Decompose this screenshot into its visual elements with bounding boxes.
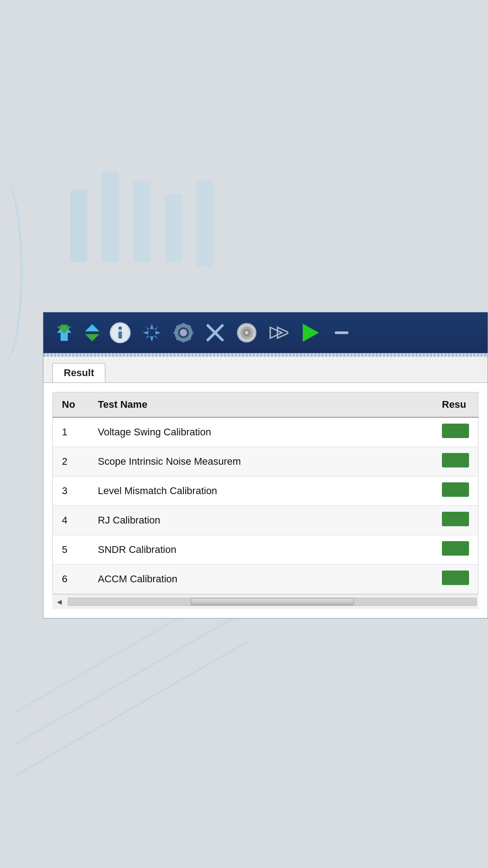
- cell-result: [433, 565, 479, 594]
- scroll-left-button[interactable]: ◀: [52, 596, 66, 607]
- cell-result: [433, 447, 479, 476]
- tab-result[interactable]: Result: [52, 363, 105, 382]
- result-badge: [442, 482, 469, 497]
- svg-rect-20: [174, 332, 177, 334]
- svg-marker-3: [85, 334, 99, 341]
- forward-icon[interactable]: [267, 321, 290, 344]
- cell-result: [433, 506, 479, 535]
- settings-icon[interactable]: [172, 321, 195, 344]
- col-header-result: Resu: [433, 392, 479, 418]
- cell-result: [433, 535, 479, 565]
- svg-rect-18: [183, 323, 184, 326]
- cell-test-name: Voltage Swing Calibration: [89, 417, 433, 447]
- cell-test-name: ACCM Calibration: [89, 565, 433, 594]
- info-icon[interactable]: [108, 321, 132, 344]
- svg-rect-19: [183, 339, 184, 343]
- svg-marker-12: [145, 326, 149, 330]
- svg-marker-2: [85, 324, 99, 331]
- cell-no: 2: [53, 447, 89, 476]
- svg-rect-7: [118, 331, 122, 339]
- cell-no: 6: [53, 565, 89, 594]
- table-row: 2Scope Intrinsic Noise Measurem: [53, 447, 479, 476]
- table-row: 6ACCM Calibration: [53, 565, 479, 594]
- toolbar: [43, 312, 488, 353]
- svg-marker-14: [145, 335, 149, 339]
- cell-test-name: SNDR Calibration: [89, 535, 433, 565]
- play-icon[interactable]: [298, 321, 322, 344]
- table-header-row: No Test Name Resu: [53, 392, 479, 418]
- cell-no: 1: [53, 417, 89, 447]
- svg-point-26: [180, 329, 187, 336]
- svg-marker-13: [155, 326, 158, 330]
- svg-point-33: [245, 331, 249, 335]
- result-badge: [442, 424, 469, 438]
- cell-result: [433, 417, 479, 447]
- cell-test-name: RJ Calibration: [89, 506, 433, 535]
- col-header-test-name: Test Name: [89, 392, 433, 418]
- svg-marker-15: [155, 335, 158, 339]
- updown-arrows[interactable]: [84, 323, 100, 342]
- main-window: Result No Test Name Resu 1Voltage Swing …: [43, 312, 488, 618]
- result-badge: [442, 453, 469, 467]
- svg-marker-9: [150, 336, 154, 342]
- svg-marker-36: [303, 324, 319, 342]
- result-badge: [442, 512, 469, 526]
- cell-result: [433, 476, 479, 506]
- tools-icon[interactable]: [203, 321, 227, 344]
- result-table: No Test Name Resu 1Voltage Swing Calibra…: [52, 392, 479, 594]
- content-area: No Test Name Resu 1Voltage Swing Calibra…: [43, 382, 488, 618]
- cell-no: 3: [53, 476, 89, 506]
- scrollbar-thumb[interactable]: [191, 598, 354, 605]
- table-row: 5SNDR Calibration: [53, 535, 479, 565]
- horizontal-scrollbar[interactable]: ◀: [52, 594, 479, 609]
- tab-area: Result: [43, 357, 488, 382]
- cell-test-name: Level Mismatch Calibration: [89, 476, 433, 506]
- col-header-no: No: [53, 392, 89, 418]
- cell-no: 4: [53, 506, 89, 535]
- move-up-icon[interactable]: [52, 321, 76, 344]
- result-badge: [442, 571, 469, 585]
- power-icon[interactable]: [235, 321, 258, 344]
- table-row: 4RJ Calibration: [53, 506, 479, 535]
- toolbar-separator: [43, 353, 488, 357]
- svg-marker-10: [143, 331, 148, 335]
- svg-rect-21: [190, 332, 193, 334]
- cell-no: 5: [53, 535, 89, 565]
- cell-test-name: Scope Intrinsic Noise Measurem: [89, 447, 433, 476]
- result-badge: [442, 541, 469, 556]
- more-icon[interactable]: [330, 321, 353, 344]
- table-row: 1Voltage Swing Calibration: [53, 417, 479, 447]
- svg-point-6: [118, 326, 122, 330]
- svg-marker-11: [155, 331, 161, 335]
- scrollbar-track[interactable]: [68, 598, 477, 606]
- add-icon[interactable]: [140, 321, 164, 344]
- svg-rect-37: [335, 331, 348, 334]
- svg-marker-8: [150, 324, 154, 329]
- table-row: 3Level Mismatch Calibration: [53, 476, 479, 506]
